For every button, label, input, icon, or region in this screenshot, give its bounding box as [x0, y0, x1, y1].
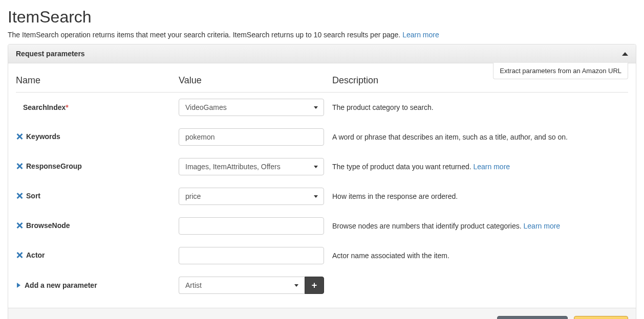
chevron-up-icon[interactable] — [622, 52, 628, 56]
learn-more-link[interactable]: Learn more — [474, 163, 510, 171]
param-description: A word or phrase that describes an item,… — [328, 122, 628, 152]
param-name: Keywords — [16, 132, 60, 141]
remove-icon[interactable] — [16, 133, 23, 140]
param-input[interactable] — [179, 128, 324, 146]
remove-icon[interactable] — [16, 192, 23, 199]
param-name: SearchIndex* — [16, 103, 69, 111]
table-row: SearchIndex*VideoGamesThe product catego… — [16, 93, 628, 123]
add-parameter-select[interactable]: Artist — [179, 277, 305, 294]
param-name: Actor — [16, 251, 45, 259]
panel-heading[interactable]: Request parameters — [8, 44, 636, 63]
param-name: ResponseGroup — [16, 162, 82, 170]
chevron-right-icon — [17, 283, 20, 288]
param-description: Actor name associated with the item. — [328, 241, 628, 270]
add-parameter-label: Add a new parameter — [16, 281, 97, 289]
add-parameter-row: Add a new parameter Artist + — [16, 270, 628, 300]
learn-more-link[interactable]: Learn more — [524, 222, 561, 230]
required-indicator: * — [66, 103, 68, 111]
param-name: Sort — [16, 192, 40, 200]
table-row: BrowseNodeBrowse nodes are numbers that … — [16, 211, 628, 241]
param-select[interactable]: VideoGames — [179, 99, 324, 116]
param-select[interactable]: price — [179, 188, 324, 205]
panel-footer: Clear parameters Run request — [8, 308, 636, 319]
panel-title: Request parameters — [16, 50, 85, 58]
param-description: How items in the response are ordered. — [328, 181, 628, 211]
subtitle-text: The ItemSearch operation returns items t… — [8, 31, 402, 39]
remove-icon[interactable] — [16, 222, 23, 229]
panel-body: Extract parameters from an Amazon URL Na… — [8, 63, 636, 308]
page-subtitle: The ItemSearch operation returns items t… — [8, 31, 636, 39]
add-parameter-input-group: Artist + — [179, 277, 324, 294]
learn-more-link[interactable]: Learn more — [402, 31, 439, 39]
clear-parameters-button[interactable]: Clear parameters — [497, 316, 568, 319]
request-parameters-panel: Request parameters Extract parameters fr… — [8, 44, 636, 319]
param-description: Browse nodes are numbers that identify p… — [328, 211, 628, 241]
extract-parameters-button[interactable]: Extract parameters from an Amazon URL — [493, 63, 628, 79]
param-description: The type of product data you want return… — [328, 152, 628, 181]
table-row: ActorActor name associated with the item… — [16, 241, 628, 270]
param-select[interactable]: Images, ItemAttributes, Offers — [179, 158, 324, 175]
add-parameter-button[interactable]: + — [305, 277, 324, 294]
parameters-table: Name Value Description SearchIndex*Video… — [16, 71, 628, 300]
param-description: The product category to search. — [328, 93, 628, 123]
plus-icon: + — [312, 280, 317, 291]
table-row: KeywordsA word or phrase that describes … — [16, 122, 628, 152]
table-row: ResponseGroupImages, ItemAttributes, Off… — [16, 152, 628, 181]
remove-icon[interactable] — [16, 163, 23, 170]
run-request-button[interactable]: Run request — [574, 316, 628, 319]
param-input[interactable] — [179, 217, 324, 235]
col-value: Value — [175, 71, 328, 93]
param-name: BrowseNode — [16, 221, 70, 230]
page-title: ItemSearch — [8, 8, 636, 27]
param-input[interactable] — [179, 247, 324, 264]
col-name: Name — [16, 71, 175, 93]
table-row: SortpriceHow items in the response are o… — [16, 181, 628, 211]
remove-icon[interactable] — [16, 252, 23, 259]
